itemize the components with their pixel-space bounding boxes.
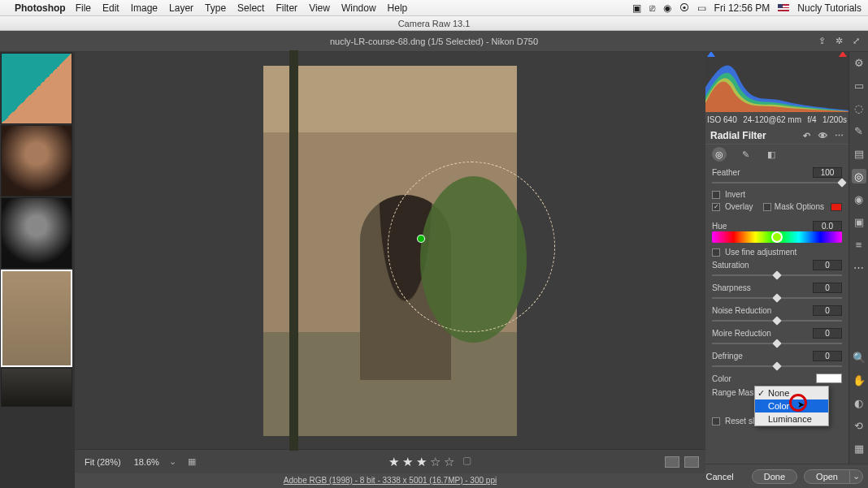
metadata-line[interactable]: Adobe RGB (1998) - 8 bit - 3338 x 5001 (… [75, 473, 705, 488]
noise-value[interactable]: 0 [813, 305, 842, 316]
sharpness-label: Sharpness [712, 283, 751, 292]
flag-icon[interactable] [778, 4, 789, 11]
star-3[interactable]: ★ [416, 455, 427, 469]
thumb-5[interactable] [1, 368, 72, 407]
thumb-1[interactable] [1, 53, 72, 124]
feather-value[interactable]: 100 [813, 167, 842, 178]
presets-icon[interactable]: ≡ [852, 237, 866, 252]
crop-icon[interactable]: ▭ [852, 78, 866, 93]
cancel-button[interactable]: Cancel [695, 470, 745, 483]
open-dropdown-icon[interactable]: ⌄ [850, 469, 863, 484]
menu-type[interactable]: Type [205, 2, 226, 14]
brush-icon[interactable]: ✎ [738, 147, 753, 162]
wifi-icon[interactable]: ⦿ [679, 2, 689, 14]
saturation-value[interactable]: 0 [813, 260, 842, 270]
thumb-3[interactable] [1, 197, 72, 269]
saturation-slider[interactable] [712, 273, 842, 278]
more-icon[interactable]: ⋯ [835, 131, 844, 140]
hue-handle[interactable] [771, 231, 783, 243]
transform-icon[interactable]: ⟲ [852, 418, 866, 433]
undo-icon[interactable]: ↶ [803, 131, 810, 140]
user-name[interactable]: Nucly Tutorials [797, 2, 861, 14]
heal-icon[interactable]: ◌ [852, 101, 866, 115]
menu-select[interactable]: Select [237, 2, 264, 14]
menu-window[interactable]: Window [341, 2, 376, 14]
label-swatch[interactable]: ▢ [462, 455, 471, 469]
view-compare-icon[interactable] [684, 456, 699, 468]
star-5[interactable]: ☆ [444, 455, 454, 469]
camera-icon[interactable]: ⎚ [649, 2, 655, 14]
window-titlebar: Camera Raw 13.1 [0, 16, 868, 31]
color-swatch[interactable] [816, 374, 842, 383]
filmstrip[interactable] [0, 52, 75, 488]
defringe-slider[interactable] [712, 364, 842, 369]
hand-icon[interactable]: ✋ [852, 373, 866, 387]
rating-stars[interactable]: ★ ★ ★ ☆ ☆ ▢ [388, 455, 471, 469]
eraser-icon[interactable]: ◧ [764, 147, 779, 162]
open-button[interactable]: Open [804, 469, 850, 484]
thumb-4-selected[interactable] [1, 270, 72, 367]
moire-slider[interactable] [712, 341, 842, 346]
noise-slider[interactable] [712, 318, 842, 323]
menu-view[interactable]: View [309, 2, 330, 14]
sampler-icon[interactable]: ◐ [852, 395, 866, 410]
reset-checkbox[interactable] [712, 417, 720, 425]
view-single-icon[interactable] [665, 456, 679, 468]
star-2[interactable]: ★ [402, 455, 413, 469]
thumbnails-icon[interactable]: ▦ [852, 441, 866, 456]
radial-filter-outline[interactable] [388, 162, 555, 332]
zoom-fit[interactable]: Fit (28%) [81, 456, 124, 469]
moire-value[interactable]: 0 [813, 328, 842, 339]
thumb-2[interactable] [1, 125, 72, 196]
grid-icon[interactable]: ▦ [188, 456, 196, 467]
expand-icon[interactable]: ⤢ [853, 36, 860, 46]
mask-color-swatch[interactable] [831, 203, 842, 211]
preview-image[interactable] [263, 66, 517, 436]
highlight-clip-icon[interactable] [839, 52, 847, 57]
more-tools-icon[interactable]: ⋯ [852, 260, 866, 274]
redeye-icon[interactable]: ◉ [852, 192, 866, 206]
clock[interactable]: Fri 12:56 PM [714, 2, 770, 14]
edit-panel-icon[interactable]: ⚙ [852, 55, 866, 70]
menu-image[interactable]: Image [131, 2, 158, 14]
snapshot-icon[interactable]: ▣ [852, 214, 866, 229]
hue-value[interactable]: 0.0 [813, 221, 842, 231]
settings-icon[interactable]: ✲ [835, 36, 843, 46]
mask-options-checkbox[interactable] [763, 203, 771, 211]
battery-icon[interactable]: ▭ [697, 2, 706, 14]
sharpness-slider[interactable] [712, 296, 842, 300]
defringe-value[interactable]: 0 [813, 351, 842, 361]
exif-shutter: 1/200s [822, 115, 847, 124]
shadow-clip-icon[interactable] [707, 52, 715, 57]
menu-help[interactable]: Help [388, 2, 408, 14]
canvas[interactable] [75, 52, 705, 449]
invert-checkbox[interactable] [712, 191, 720, 199]
grad-filter-icon[interactable]: ▤ [852, 146, 866, 161]
radial-filter-icon[interactable]: ◎ [852, 169, 866, 184]
screencast-icon[interactable]: ▣ [632, 2, 641, 14]
sharpness-value[interactable]: 0 [813, 283, 842, 293]
share-icon[interactable]: ⇪ [818, 36, 826, 46]
cc-icon[interactable]: ◉ [663, 2, 671, 14]
done-button[interactable]: Done [752, 469, 797, 484]
fine-adj-checkbox[interactable] [712, 248, 720, 257]
canvas-footer: Fit (28%) 18.6% ⌄ ▦ ★ ★ ★ ☆ ☆ ▢ [75, 449, 705, 473]
star-1[interactable]: ★ [388, 455, 399, 469]
zoom-chevron-icon[interactable]: ⌄ [169, 456, 176, 467]
menu-filter[interactable]: Filter [276, 2, 297, 14]
menu-edit[interactable]: Edit [102, 2, 119, 14]
zoom-pct[interactable]: 18.6% [131, 456, 163, 469]
app-name[interactable]: Photoshop [15, 2, 66, 14]
star-4[interactable]: ☆ [430, 455, 441, 469]
dd-luminance[interactable]: Luminance [755, 412, 828, 425]
visibility-icon[interactable]: 👁 [818, 131, 827, 140]
hue-slider[interactable] [712, 231, 842, 243]
histogram[interactable] [705, 52, 848, 112]
adjust-brush-icon[interactable]: ✎ [852, 123, 866, 138]
feather-slider[interactable] [712, 180, 842, 185]
zoom-icon[interactable]: 🔍 [852, 350, 866, 365]
menu-layer[interactable]: Layer [169, 2, 193, 14]
overlay-checkbox[interactable] [712, 203, 720, 211]
new-mask-icon[interactable]: ◎ [712, 147, 727, 162]
menu-file[interactable]: File [76, 2, 91, 14]
